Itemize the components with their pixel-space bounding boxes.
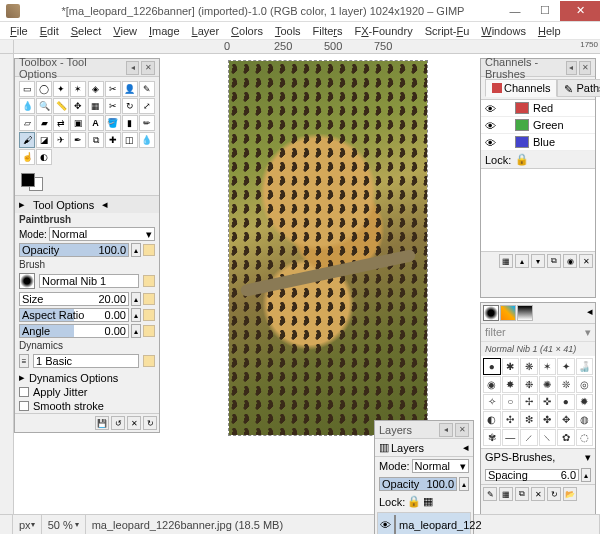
brush-item[interactable]: ✿: [557, 429, 575, 446]
refresh-brush-icon[interactable]: ↻: [547, 487, 561, 501]
lower-channel-icon[interactable]: ▾: [531, 254, 545, 268]
brush-item[interactable]: ✜: [539, 394, 557, 411]
color-select-tool[interactable]: ◈: [88, 81, 104, 97]
tab-patterns[interactable]: [500, 305, 516, 321]
brush-item[interactable]: ✺: [539, 376, 557, 393]
eraser-tool[interactable]: ◪: [36, 132, 52, 148]
brush-item[interactable]: ◎: [576, 376, 594, 393]
ellipse-select-tool[interactable]: ◯: [36, 81, 52, 97]
layer-opacity-slider[interactable]: Opacity100.0: [379, 477, 457, 491]
crop-tool[interactable]: ✂: [105, 98, 121, 114]
ink-tool[interactable]: ✒: [70, 132, 86, 148]
brush-item[interactable]: ❊: [557, 376, 575, 393]
brush-item[interactable]: ✶: [539, 358, 557, 375]
menu-filters[interactable]: Filters: [307, 25, 349, 37]
mode-select[interactable]: Normal▾: [49, 227, 155, 241]
rect-select-tool[interactable]: ▭: [19, 81, 35, 97]
image-canvas[interactable]: [228, 60, 428, 436]
measure-tool[interactable]: 📏: [53, 98, 69, 114]
opacity-spin[interactable]: ▴: [131, 243, 141, 257]
menu-layer[interactable]: Layer: [186, 25, 226, 37]
airbrush-tool[interactable]: ✈: [53, 132, 69, 148]
blur-tool[interactable]: 💧: [139, 132, 155, 148]
delete-preset-icon[interactable]: ✕: [127, 416, 141, 430]
apply-jitter-check[interactable]: Apply Jitter: [15, 385, 159, 399]
fg-color[interactable]: [21, 173, 35, 187]
menu-select[interactable]: Select: [65, 25, 108, 37]
brush-item[interactable]: ❇: [520, 411, 538, 428]
panel-close-icon[interactable]: ✕: [455, 423, 469, 437]
text-tool[interactable]: A: [88, 115, 104, 131]
new-brush-icon[interactable]: ▦: [499, 487, 513, 501]
tab-menu-icon[interactable]: ◂: [587, 305, 593, 321]
zoom-select[interactable]: 50 %▾: [42, 515, 86, 534]
brush-item[interactable]: ⟍: [539, 429, 557, 446]
spacing-spin[interactable]: ▴: [581, 468, 591, 482]
delete-brush-icon[interactable]: ✕: [531, 487, 545, 501]
maximize-button[interactable]: ☐: [530, 1, 560, 21]
paintbrush-tool[interactable]: 🖌: [19, 132, 35, 148]
heal-tool[interactable]: ✚: [105, 132, 121, 148]
restore-preset-icon[interactable]: ↺: [111, 416, 125, 430]
angle-spin[interactable]: ▴: [131, 324, 141, 338]
lasso-tool[interactable]: ✦: [53, 81, 69, 97]
brush-preset-select[interactable]: GPS-Brushes,▾: [481, 448, 595, 466]
rotate-tool[interactable]: ↻: [122, 98, 138, 114]
spacing-slider[interactable]: Spacing6.0: [485, 469, 579, 481]
menu-edit[interactable]: Edit: [34, 25, 65, 37]
close-button[interactable]: ✕: [560, 1, 600, 21]
ruler-corner[interactable]: [0, 40, 14, 53]
brush-item[interactable]: ✾: [483, 429, 501, 446]
menu-view[interactable]: View: [107, 25, 143, 37]
vertical-ruler[interactable]: [0, 54, 14, 514]
angle-slider[interactable]: Angle0.00: [19, 324, 129, 338]
new-channel-icon[interactable]: ▦: [499, 254, 513, 268]
lock-pixels-icon[interactable]: 🔒: [407, 495, 421, 508]
tab-paths[interactable]: ✎Paths: [557, 79, 600, 97]
shear-tool[interactable]: ▱: [19, 115, 35, 131]
brush-item[interactable]: ✧: [483, 394, 501, 411]
brush-filter[interactable]: filter▾: [481, 324, 595, 342]
bucket-fill-tool[interactable]: 🪣: [105, 115, 121, 131]
menu-tools[interactable]: Tools: [269, 25, 307, 37]
ruler-scale[interactable]: 0 250 500 750: [14, 40, 558, 53]
brush-item[interactable]: ◍: [576, 411, 594, 428]
delete-channel-icon[interactable]: ✕: [579, 254, 593, 268]
brush-item[interactable]: ✦: [557, 358, 575, 375]
eye-icon[interactable]: 👁: [380, 519, 391, 531]
clone-tool[interactable]: ⧉: [88, 132, 104, 148]
open-brush-icon[interactable]: 📂: [563, 487, 577, 501]
brush-item[interactable]: ●: [483, 358, 501, 375]
dup-brush-icon[interactable]: ⧉: [515, 487, 529, 501]
menu-fxfoundry[interactable]: FX-Foundry: [349, 25, 419, 37]
dodge-burn-tool[interactable]: ◐: [36, 149, 52, 165]
smudge-tool[interactable]: ☝: [19, 149, 35, 165]
menu-colors[interactable]: Colors: [225, 25, 269, 37]
flip-tool[interactable]: ⇄: [53, 115, 69, 131]
brush-item[interactable]: ◌: [576, 429, 594, 446]
size-slider[interactable]: Size20.00: [19, 292, 129, 306]
smooth-stroke-check[interactable]: Smooth stroke: [15, 399, 159, 413]
brush-item[interactable]: ✥: [557, 411, 575, 428]
menu-file[interactable]: File: [4, 25, 34, 37]
brush-preview-icon[interactable]: [19, 273, 35, 289]
menu-help[interactable]: Help: [532, 25, 567, 37]
panel-close-icon[interactable]: ✕: [579, 61, 591, 75]
channels-title[interactable]: Channels - Brushes ◂ ✕: [481, 59, 595, 77]
fg-bg-swatch[interactable]: [21, 173, 43, 191]
perspective-clone-tool[interactable]: ◫: [122, 132, 138, 148]
brush-item[interactable]: ❉: [520, 376, 538, 393]
size-spin[interactable]: ▴: [131, 292, 141, 306]
eye-icon[interactable]: 👁: [485, 103, 497, 113]
tab-menu-icon[interactable]: ◂: [463, 441, 469, 454]
tab-channels[interactable]: Channels: [485, 79, 557, 97]
layer-item[interactable]: 👁 ma_leopard_122: [378, 513, 470, 534]
color-picker-tool[interactable]: 💧: [19, 98, 35, 114]
brush-edit-icon[interactable]: [143, 275, 155, 287]
opacity-spin[interactable]: ▴: [459, 477, 469, 491]
perspective-tool[interactable]: ▰: [36, 115, 52, 131]
brush-item[interactable]: ✤: [539, 411, 557, 428]
fuzzy-select-tool[interactable]: ✶: [70, 81, 86, 97]
lock-alpha-icon[interactable]: ▦: [423, 495, 433, 508]
dynamics-select[interactable]: 1 Basic: [33, 354, 139, 368]
